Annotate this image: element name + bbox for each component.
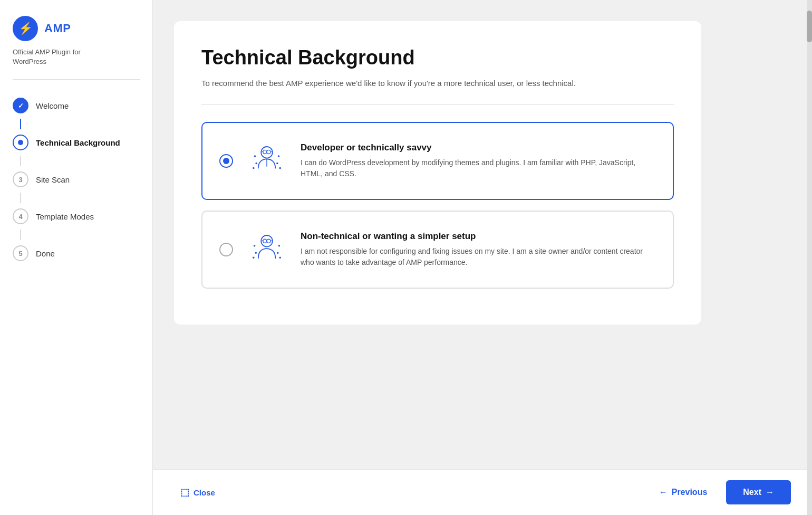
sidebar-item-welcome[interactable]: ✓ Welcome: [13, 92, 140, 119]
arrow-left-icon: ←: [659, 488, 668, 497]
content-divider: [201, 104, 674, 105]
step-5-indicator: 5: [13, 245, 28, 261]
svg-point-20: [278, 245, 281, 247]
close-icon: ⬚: [180, 487, 189, 498]
content-card: Technical Background To recommend the be…: [174, 21, 701, 325]
amp-logo-icon: ⚡: [13, 16, 38, 41]
previous-label: Previous: [672, 488, 708, 497]
app-title: AMP: [44, 22, 71, 35]
option-technical-title: Developer or technically savvy: [301, 142, 656, 153]
svg-point-7: [254, 155, 256, 157]
close-label: Close: [194, 488, 215, 497]
svg-point-19: [255, 252, 257, 254]
step-4-label: Template Modes: [36, 212, 94, 221]
svg-point-15: [267, 239, 270, 243]
footer-bar: ⬚ Close ← Previous Next →: [153, 469, 812, 515]
option-technical[interactable]: Developer or technically savvy I can do …: [201, 122, 674, 200]
svg-point-23: [279, 256, 281, 259]
svg-point-22: [253, 256, 255, 259]
step-navigation: ✓ Welcome Technical Background 3 Site Sc…: [13, 92, 140, 266]
svg-point-1: [263, 150, 267, 154]
sidebar-item-template-modes[interactable]: 4 Template Modes: [13, 203, 140, 230]
svg-point-9: [278, 155, 280, 157]
option-technical-text: Developer or technically savvy I can do …: [301, 142, 656, 179]
option-technical-description: I can do WordPress development by modify…: [301, 157, 656, 179]
main-content: Technical Background To recommend the be…: [153, 0, 812, 515]
svg-line-17: [270, 240, 272, 241]
app-subtitle: Official AMP Plugin for WordPress: [13, 47, 140, 66]
svg-point-12: [279, 167, 281, 169]
option-nontechnical[interactable]: Non-technical or wanting a simpler setup…: [201, 211, 674, 289]
option-nontechnical-text: Non-technical or wanting a simpler setup…: [301, 231, 656, 268]
scrollbar-thumb[interactable]: [807, 11, 812, 42]
radio-nontechnical[interactable]: [219, 243, 233, 256]
close-button[interactable]: ⬚ Close: [174, 482, 221, 502]
connector-2-3: [20, 156, 21, 166]
connector-3-4: [20, 193, 21, 203]
sidebar-item-site-scan[interactable]: 3 Site Scan: [13, 166, 140, 193]
svg-line-5: [270, 151, 272, 152]
connector-1-2: [20, 119, 21, 129]
svg-point-21: [277, 252, 279, 254]
svg-point-11: [253, 167, 255, 169]
svg-line-16: [262, 240, 263, 241]
step-4-indicator: 4: [13, 208, 28, 224]
svg-line-4: [262, 151, 263, 152]
sidebar-divider: [13, 79, 140, 80]
previous-button[interactable]: ← Previous: [649, 481, 718, 503]
next-label: Next: [743, 488, 761, 497]
svg-point-2: [267, 150, 270, 154]
option-nontechnical-title: Non-technical or wanting a simpler setup: [301, 231, 656, 242]
arrow-right-icon: →: [766, 488, 774, 497]
content-area: Technical Background To recommend the be…: [153, 0, 812, 469]
option-nontechnical-description: I am not responsible for configuring and…: [301, 246, 656, 268]
radio-technical[interactable]: [219, 154, 233, 168]
logo-area: ⚡ AMP: [13, 16, 140, 41]
step-3-indicator: 3: [13, 171, 28, 187]
sidebar-item-technical-background[interactable]: Technical Background: [13, 129, 140, 156]
svg-point-18: [254, 245, 256, 247]
svg-point-8: [255, 162, 257, 164]
sidebar-item-done[interactable]: 5 Done: [13, 240, 140, 266]
svg-point-14: [263, 239, 267, 243]
footer-nav: ← Previous Next →: [649, 480, 791, 504]
scrollbar[interactable]: [807, 0, 812, 515]
step-1-label: Welcome: [36, 101, 69, 110]
step-2-indicator: [13, 135, 28, 150]
page-title: Technical Background: [201, 46, 674, 69]
step-3-label: Site Scan: [36, 175, 70, 184]
nontechnical-icon: [246, 228, 288, 271]
developer-icon: [246, 140, 288, 182]
page-description: To recommend the best AMP experience we'…: [201, 78, 674, 90]
step-2-label: Technical Background: [36, 138, 120, 147]
step-5-label: Done: [36, 249, 55, 258]
next-button[interactable]: Next →: [726, 480, 791, 504]
svg-point-10: [276, 162, 278, 164]
sidebar: ⚡ AMP Official AMP Plugin for WordPress …: [0, 0, 153, 515]
step-1-indicator: ✓: [13, 98, 28, 113]
connector-4-5: [20, 230, 21, 240]
